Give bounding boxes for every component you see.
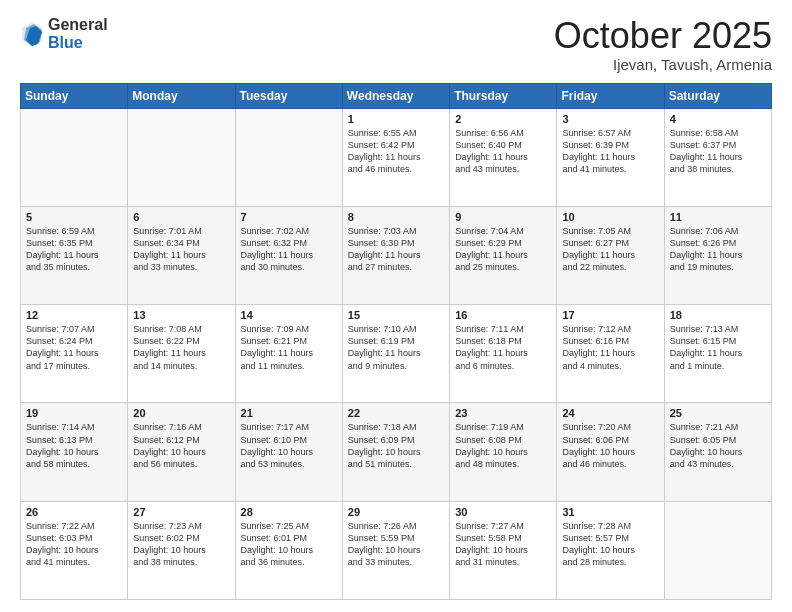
title-block: October 2025 Ijevan, Tavush, Armenia — [554, 16, 772, 73]
day-number: 14 — [241, 309, 337, 321]
calendar-cell: 31Sunrise: 7:28 AM Sunset: 5:57 PM Dayli… — [557, 501, 664, 599]
calendar-cell: 19Sunrise: 7:14 AM Sunset: 6:13 PM Dayli… — [21, 403, 128, 501]
day-info: Sunrise: 7:02 AM Sunset: 6:32 PM Dayligh… — [241, 225, 337, 274]
calendar-cell: 27Sunrise: 7:23 AM Sunset: 6:02 PM Dayli… — [128, 501, 235, 599]
col-wednesday: Wednesday — [342, 83, 449, 108]
calendar-cell: 21Sunrise: 7:17 AM Sunset: 6:10 PM Dayli… — [235, 403, 342, 501]
calendar-cell: 7Sunrise: 7:02 AM Sunset: 6:32 PM Daylig… — [235, 206, 342, 304]
col-monday: Monday — [128, 83, 235, 108]
day-number: 15 — [348, 309, 444, 321]
logo: General Blue — [20, 16, 108, 51]
day-info: Sunrise: 6:58 AM Sunset: 6:37 PM Dayligh… — [670, 127, 766, 176]
day-info: Sunrise: 7:08 AM Sunset: 6:22 PM Dayligh… — [133, 323, 229, 372]
day-number: 8 — [348, 211, 444, 223]
day-info: Sunrise: 7:06 AM Sunset: 6:26 PM Dayligh… — [670, 225, 766, 274]
calendar-cell: 4Sunrise: 6:58 AM Sunset: 6:37 PM Daylig… — [664, 108, 771, 206]
calendar-cell: 8Sunrise: 7:03 AM Sunset: 6:30 PM Daylig… — [342, 206, 449, 304]
day-info: Sunrise: 7:22 AM Sunset: 6:03 PM Dayligh… — [26, 520, 122, 569]
calendar-cell: 12Sunrise: 7:07 AM Sunset: 6:24 PM Dayli… — [21, 305, 128, 403]
calendar-cell — [235, 108, 342, 206]
day-number: 10 — [562, 211, 658, 223]
day-number: 30 — [455, 506, 551, 518]
calendar-week-row-1: 1Sunrise: 6:55 AM Sunset: 6:42 PM Daylig… — [21, 108, 772, 206]
calendar-cell: 9Sunrise: 7:04 AM Sunset: 6:29 PM Daylig… — [450, 206, 557, 304]
calendar-cell: 26Sunrise: 7:22 AM Sunset: 6:03 PM Dayli… — [21, 501, 128, 599]
calendar-cell: 29Sunrise: 7:26 AM Sunset: 5:59 PM Dayli… — [342, 501, 449, 599]
calendar-week-row-4: 19Sunrise: 7:14 AM Sunset: 6:13 PM Dayli… — [21, 403, 772, 501]
day-info: Sunrise: 7:13 AM Sunset: 6:15 PM Dayligh… — [670, 323, 766, 372]
day-info: Sunrise: 7:20 AM Sunset: 6:06 PM Dayligh… — [562, 421, 658, 470]
day-info: Sunrise: 7:18 AM Sunset: 6:09 PM Dayligh… — [348, 421, 444, 470]
day-number: 25 — [670, 407, 766, 419]
calendar-cell: 14Sunrise: 7:09 AM Sunset: 6:21 PM Dayli… — [235, 305, 342, 403]
col-friday: Friday — [557, 83, 664, 108]
calendar-cell: 16Sunrise: 7:11 AM Sunset: 6:18 PM Dayli… — [450, 305, 557, 403]
calendar-cell: 22Sunrise: 7:18 AM Sunset: 6:09 PM Dayli… — [342, 403, 449, 501]
col-saturday: Saturday — [664, 83, 771, 108]
calendar-cell — [128, 108, 235, 206]
day-number: 16 — [455, 309, 551, 321]
calendar-cell: 25Sunrise: 7:21 AM Sunset: 6:05 PM Dayli… — [664, 403, 771, 501]
day-number: 23 — [455, 407, 551, 419]
calendar-header-row: Sunday Monday Tuesday Wednesday Thursday… — [21, 83, 772, 108]
day-info: Sunrise: 7:12 AM Sunset: 6:16 PM Dayligh… — [562, 323, 658, 372]
day-number: 28 — [241, 506, 337, 518]
calendar-week-row-2: 5Sunrise: 6:59 AM Sunset: 6:35 PM Daylig… — [21, 206, 772, 304]
day-info: Sunrise: 7:26 AM Sunset: 5:59 PM Dayligh… — [348, 520, 444, 569]
page: General Blue October 2025 Ijevan, Tavush… — [0, 0, 792, 612]
calendar-cell — [664, 501, 771, 599]
calendar-cell: 3Sunrise: 6:57 AM Sunset: 6:39 PM Daylig… — [557, 108, 664, 206]
day-info: Sunrise: 7:10 AM Sunset: 6:19 PM Dayligh… — [348, 323, 444, 372]
day-info: Sunrise: 7:28 AM Sunset: 5:57 PM Dayligh… — [562, 520, 658, 569]
day-info: Sunrise: 7:21 AM Sunset: 6:05 PM Dayligh… — [670, 421, 766, 470]
day-info: Sunrise: 7:05 AM Sunset: 6:27 PM Dayligh… — [562, 225, 658, 274]
day-number: 6 — [133, 211, 229, 223]
calendar-cell: 24Sunrise: 7:20 AM Sunset: 6:06 PM Dayli… — [557, 403, 664, 501]
calendar-cell: 13Sunrise: 7:08 AM Sunset: 6:22 PM Dayli… — [128, 305, 235, 403]
day-number: 21 — [241, 407, 337, 419]
day-number: 2 — [455, 113, 551, 125]
day-number: 24 — [562, 407, 658, 419]
calendar-cell: 6Sunrise: 7:01 AM Sunset: 6:34 PM Daylig… — [128, 206, 235, 304]
day-info: Sunrise: 7:25 AM Sunset: 6:01 PM Dayligh… — [241, 520, 337, 569]
calendar-cell: 18Sunrise: 7:13 AM Sunset: 6:15 PM Dayli… — [664, 305, 771, 403]
calendar-cell: 1Sunrise: 6:55 AM Sunset: 6:42 PM Daylig… — [342, 108, 449, 206]
day-number: 9 — [455, 211, 551, 223]
day-number: 22 — [348, 407, 444, 419]
calendar-week-row-3: 12Sunrise: 7:07 AM Sunset: 6:24 PM Dayli… — [21, 305, 772, 403]
day-info: Sunrise: 7:01 AM Sunset: 6:34 PM Dayligh… — [133, 225, 229, 274]
calendar-cell: 2Sunrise: 6:56 AM Sunset: 6:40 PM Daylig… — [450, 108, 557, 206]
calendar-cell: 5Sunrise: 6:59 AM Sunset: 6:35 PM Daylig… — [21, 206, 128, 304]
calendar-cell: 10Sunrise: 7:05 AM Sunset: 6:27 PM Dayli… — [557, 206, 664, 304]
day-number: 31 — [562, 506, 658, 518]
day-number: 7 — [241, 211, 337, 223]
calendar-cell: 28Sunrise: 7:25 AM Sunset: 6:01 PM Dayli… — [235, 501, 342, 599]
calendar-cell: 23Sunrise: 7:19 AM Sunset: 6:08 PM Dayli… — [450, 403, 557, 501]
calendar-cell: 20Sunrise: 7:16 AM Sunset: 6:12 PM Dayli… — [128, 403, 235, 501]
day-info: Sunrise: 6:55 AM Sunset: 6:42 PM Dayligh… — [348, 127, 444, 176]
day-number: 18 — [670, 309, 766, 321]
day-info: Sunrise: 6:59 AM Sunset: 6:35 PM Dayligh… — [26, 225, 122, 274]
day-info: Sunrise: 7:03 AM Sunset: 6:30 PM Dayligh… — [348, 225, 444, 274]
col-sunday: Sunday — [21, 83, 128, 108]
day-number: 19 — [26, 407, 122, 419]
day-info: Sunrise: 7:09 AM Sunset: 6:21 PM Dayligh… — [241, 323, 337, 372]
day-info: Sunrise: 7:16 AM Sunset: 6:12 PM Dayligh… — [133, 421, 229, 470]
calendar-cell: 11Sunrise: 7:06 AM Sunset: 6:26 PM Dayli… — [664, 206, 771, 304]
day-number: 4 — [670, 113, 766, 125]
calendar-cell — [21, 108, 128, 206]
logo-text: General Blue — [48, 16, 108, 51]
title-month: October 2025 — [554, 16, 772, 56]
day-number: 27 — [133, 506, 229, 518]
day-number: 26 — [26, 506, 122, 518]
calendar-cell: 15Sunrise: 7:10 AM Sunset: 6:19 PM Dayli… — [342, 305, 449, 403]
day-info: Sunrise: 7:19 AM Sunset: 6:08 PM Dayligh… — [455, 421, 551, 470]
day-info: Sunrise: 7:27 AM Sunset: 5:58 PM Dayligh… — [455, 520, 551, 569]
logo-blue-text: Blue — [48, 34, 108, 52]
day-number: 1 — [348, 113, 444, 125]
logo-icon — [20, 20, 44, 48]
day-info: Sunrise: 6:57 AM Sunset: 6:39 PM Dayligh… — [562, 127, 658, 176]
calendar-cell: 30Sunrise: 7:27 AM Sunset: 5:58 PM Dayli… — [450, 501, 557, 599]
day-number: 13 — [133, 309, 229, 321]
col-thursday: Thursday — [450, 83, 557, 108]
